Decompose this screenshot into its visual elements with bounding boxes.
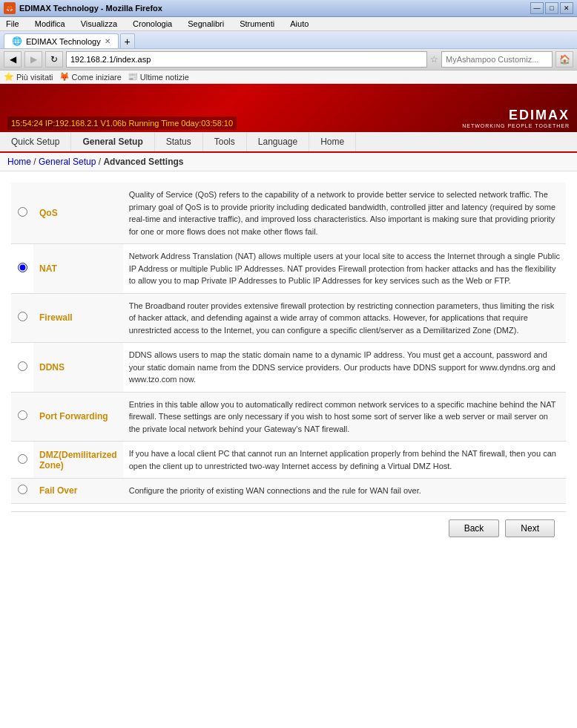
news-bookmark-icon: 📰	[128, 72, 138, 82]
radio-cell-port-forwarding	[11, 392, 33, 442]
menu-file[interactable]: File	[4, 19, 22, 29]
radio-ddns[interactable]	[18, 361, 27, 371]
menu-cronologia[interactable]: Cronologia	[131, 19, 174, 29]
address-bar[interactable]	[66, 51, 427, 68]
breadcrumb-home[interactable]: Home	[7, 157, 31, 167]
back-button[interactable]: Back	[449, 519, 500, 537]
table-row: FirewallThe Broadband router provides ex…	[11, 293, 566, 343]
active-tab[interactable]: 🌐 EDIMAX Technology ✕	[4, 33, 119, 48]
close-button[interactable]: ✕	[560, 2, 573, 14]
desc-port-forwarding: Entries in this table allow you to autom…	[123, 392, 566, 442]
label-nat: NAT	[33, 244, 123, 294]
menu-visualizza[interactable]: Visualizza	[79, 19, 119, 29]
label-dmz: DMZ(Demilitarized Zone)	[33, 442, 123, 479]
main-nav-bar: Quick Setup General Setup Status Tools L…	[0, 132, 577, 153]
radio-port-forwarding[interactable]	[18, 410, 27, 420]
desc-failover: Configure the priority of existing WAN c…	[123, 479, 566, 504]
bookmark-star-icon[interactable]: ☆	[430, 54, 438, 65]
table-row: QoSQuality of Service (QoS) refers to th…	[11, 183, 566, 244]
star-bookmark-icon: ⭐	[4, 72, 14, 82]
minimize-button[interactable]: —	[530, 2, 544, 14]
menu-segnalibri[interactable]: Segnalibri	[185, 19, 226, 29]
bookmark-label-1: Più visitati	[16, 73, 53, 82]
bookmark-piu-visitati[interactable]: ⭐ Più visitati	[4, 72, 53, 82]
label-qos: QoS	[33, 183, 123, 244]
button-area: Back Next	[11, 511, 566, 545]
bookmarks-bar: ⭐ Più visitati 🦊 Come iniziare 📰 Ultime …	[0, 70, 577, 84]
desc-nat: Network Address Translation (NAT) allows…	[123, 244, 566, 294]
tab-bar: 🌐 EDIMAX Technology ✕ +	[0, 31, 577, 49]
desc-qos: Quality of Service (QoS) refers to the c…	[123, 183, 566, 244]
desc-firewall: The Broadband router provides extensive …	[123, 293, 566, 343]
maximize-button[interactable]: □	[545, 2, 558, 14]
menu-aiuto[interactable]: Aiuto	[288, 19, 311, 29]
browser-menubar: File Modifica Visualizza Cronologia Segn…	[0, 17, 577, 31]
nav-status[interactable]: Status	[155, 132, 203, 151]
breadcrumb: Home / General Setup / Advanced Settings	[0, 153, 577, 171]
radio-firewall[interactable]	[18, 312, 27, 321]
nav-tools[interactable]: Tools	[203, 132, 247, 151]
label-ddns: DDNS	[33, 343, 123, 393]
window-controls: — □ ✕	[530, 2, 573, 14]
bookmark-label-2: Come iniziare	[72, 73, 122, 82]
label-failover: Fail Over	[33, 479, 123, 504]
label-port-forwarding: Port Forwarding	[33, 392, 123, 442]
radio-dmz[interactable]	[18, 454, 27, 464]
table-row: Port ForwardingEntries in this table all…	[11, 392, 566, 442]
menu-modifica[interactable]: Modifica	[33, 19, 67, 29]
search-box[interactable]	[441, 51, 553, 68]
options-table: QoSQuality of Service (QoS) refers to th…	[11, 183, 566, 504]
radio-cell-qos	[11, 183, 33, 244]
desc-dmz: If you have a local client PC that canno…	[123, 442, 566, 479]
table-row: Fail OverConfigure the priority of exist…	[11, 479, 566, 504]
nav-language[interactable]: Language	[247, 132, 309, 151]
radio-cell-failover	[11, 479, 33, 504]
bookmark-ultime-notizie[interactable]: 📰 Ultime notizie	[128, 72, 189, 82]
table-row: DMZ(Demilitarized Zone)If you have a loc…	[11, 442, 566, 479]
radio-cell-nat	[11, 244, 33, 294]
tab-close-icon[interactable]: ✕	[105, 37, 111, 45]
content-area: QoSQuality of Service (QoS) refers to th…	[0, 171, 577, 556]
home-nav-button[interactable]: 🏠	[555, 51, 573, 68]
browser-title: 🦊 EDIMAX Technology - Mozilla Firefox	[4, 2, 162, 14]
radio-failover[interactable]	[18, 485, 27, 494]
nav-quick-setup[interactable]: Quick Setup	[0, 132, 71, 151]
edimax-logo-area: EDIMAX NETWORKING PEOPLE TOGETHER	[462, 108, 570, 128]
desc-ddns: DDNS allows users to map the static doma…	[123, 343, 566, 393]
menu-strumenti[interactable]: Strumenti	[237, 19, 277, 29]
radio-nat[interactable]	[18, 263, 27, 272]
radio-cell-firewall	[11, 293, 33, 343]
browser-title-text: EDIMAX Technology - Mozilla Firefox	[19, 4, 162, 13]
tab-icon: 🌐	[12, 36, 22, 46]
bookmark-come-iniziare[interactable]: 🦊 Come iniziare	[59, 72, 122, 82]
forward-nav-button[interactable]: ▶	[24, 51, 42, 68]
breadcrumb-current: Advanced Settings	[103, 157, 183, 167]
radio-cell-dmz	[11, 442, 33, 479]
browser-titlebar: 🦊 EDIMAX Technology - Mozilla Firefox — …	[0, 0, 577, 17]
status-text: 15:54:24 IP:192.168.2.1 V1.06b Running T…	[7, 117, 237, 130]
browser-toolbar: ◀ ▶ ↻ ☆ 🏠	[0, 49, 577, 70]
label-firewall: Firewall	[33, 293, 123, 343]
reload-button[interactable]: ↻	[45, 51, 63, 68]
edimax-header: 15:54:24 IP:192.168.2.1 V1.06b Running T…	[0, 84, 577, 132]
next-button[interactable]: Next	[505, 519, 555, 537]
table-row: DDNSDDNS allows users to map the static …	[11, 343, 566, 393]
firefox-bookmark-icon: 🦊	[59, 72, 70, 82]
back-nav-button[interactable]: ◀	[4, 51, 22, 68]
breadcrumb-general-setup[interactable]: General Setup	[39, 157, 96, 167]
nav-home[interactable]: Home	[309, 132, 356, 151]
firefox-icon: 🦊	[4, 2, 16, 14]
edimax-logo-sub: NETWORKING PEOPLE TOGETHER	[462, 123, 570, 128]
edimax-status-bar: 15:54:24 IP:192.168.2.1 V1.06b Running T…	[7, 118, 237, 128]
table-row: NATNetwork Address Translation (NAT) all…	[11, 244, 566, 294]
radio-cell-ddns	[11, 343, 33, 393]
edimax-logo-text: EDIMAX	[462, 108, 570, 123]
radio-qos[interactable]	[18, 207, 27, 217]
nav-general-setup[interactable]: General Setup	[71, 132, 154, 151]
tab-label: EDIMAX Technology	[26, 37, 101, 46]
new-tab-button[interactable]: +	[120, 33, 135, 48]
bookmark-label-3: Ultime notizie	[140, 73, 189, 82]
